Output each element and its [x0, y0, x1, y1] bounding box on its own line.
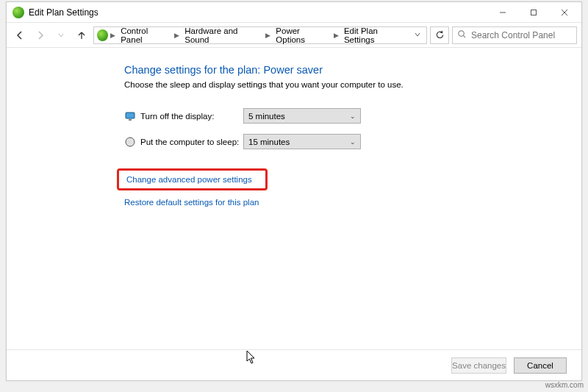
sleep-label: Put the computer to sleep: — [140, 138, 243, 146]
content-area: Change settings for the plan: Power save… — [7, 48, 581, 349]
chevron-right-icon[interactable]: ▶ — [265, 32, 271, 39]
forward-button[interactable] — [32, 26, 49, 44]
close-button[interactable] — [549, 3, 580, 22]
address-dropdown-icon[interactable] — [412, 31, 423, 39]
refresh-button[interactable] — [430, 26, 449, 44]
titlebar: Edit Plan Settings — [7, 2, 581, 23]
sleep-value: 15 minutes — [248, 138, 290, 146]
breadcrumb[interactable]: Power Options — [273, 27, 331, 43]
search-box[interactable] — [452, 26, 577, 44]
navbar: ▶ Control Panel ▶ Hardware and Sound ▶ P… — [7, 23, 581, 48]
search-icon — [457, 29, 467, 41]
save-button: Save changes — [451, 357, 506, 374]
svg-rect-6 — [126, 113, 135, 118]
window: Edit Plan Settings ▶ Control Panel — [6, 1, 582, 381]
chevron-right-icon[interactable]: ▶ — [173, 32, 180, 39]
svg-point-4 — [459, 30, 464, 35]
page-heading: Change settings for the plan: Power save… — [124, 64, 581, 76]
search-input[interactable] — [471, 30, 572, 40]
chevron-right-icon[interactable]: ▶ — [110, 32, 116, 39]
address-bar[interactable]: ▶ Control Panel ▶ Hardware and Sound ▶ P… — [93, 26, 427, 44]
recent-dropdown-icon[interactable] — [52, 26, 70, 44]
display-off-label: Turn off the display: — [140, 112, 243, 121]
back-button[interactable] — [11, 26, 29, 44]
sleep-dropdown[interactable]: 15 minutes ⌄ — [243, 134, 361, 149]
advanced-settings-link[interactable]: Change advanced power settings — [117, 168, 268, 190]
svg-rect-7 — [129, 119, 132, 121]
breadcrumb[interactable]: Control Panel — [118, 27, 172, 43]
footer: Save changes Cancel — [7, 349, 581, 380]
moon-icon — [124, 136, 136, 148]
address-icon — [97, 29, 108, 41]
cancel-button[interactable]: Cancel — [514, 357, 567, 374]
links-area: Change advanced power settings Restore d… — [117, 168, 581, 207]
minimize-button[interactable] — [487, 3, 518, 22]
display-off-value: 5 minutes — [248, 112, 285, 121]
svg-point-8 — [126, 138, 135, 146]
settings-grid: Turn off the display: 5 minutes ⌄ Put th… — [124, 108, 581, 149]
maximize-button[interactable] — [518, 3, 549, 22]
chevron-right-icon[interactable]: ▶ — [333, 32, 340, 39]
monitor-icon — [124, 110, 136, 122]
window-title: Edit Plan Settings — [29, 7, 98, 18]
chevron-down-icon: ⌄ — [350, 138, 356, 146]
breadcrumb[interactable]: Edit Plan Settings — [341, 27, 410, 43]
up-button[interactable] — [73, 26, 90, 44]
display-off-dropdown[interactable]: 5 minutes ⌄ — [243, 108, 361, 124]
watermark: wsxkm.com — [545, 381, 584, 389]
restore-defaults-link[interactable]: Restore default settings for this plan — [124, 198, 581, 207]
chevron-down-icon: ⌄ — [350, 113, 356, 120]
app-icon — [12, 7, 24, 18]
breadcrumb[interactable]: Hardware and Sound — [182, 27, 263, 43]
svg-line-5 — [463, 35, 465, 38]
page-subtext: Choose the sleep and display settings th… — [124, 80, 581, 89]
svg-rect-1 — [531, 10, 537, 15]
